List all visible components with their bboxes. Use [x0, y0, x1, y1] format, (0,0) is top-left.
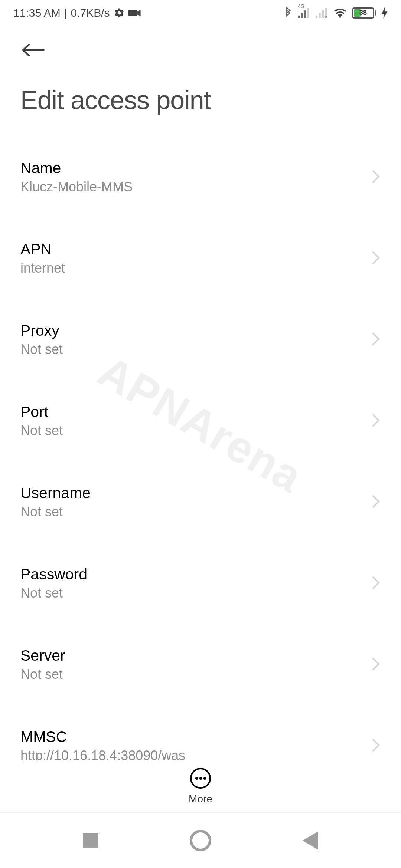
- setting-value: Not set: [20, 504, 91, 520]
- setting-label: APN: [20, 241, 65, 258]
- svg-rect-4: [307, 8, 309, 18]
- wifi-icon: [333, 8, 347, 18]
- status-bar: 11:35 AM | 0.7KB/s 4G × 38: [0, 0, 401, 26]
- nav-recents-button[interactable]: [83, 833, 98, 848]
- setting-row-apn[interactable]: APN internet: [20, 230, 381, 287]
- setting-row-server[interactable]: Server Not set: [20, 636, 381, 693]
- svg-rect-1: [298, 16, 300, 18]
- setting-value: Klucz-Mobile-MMS: [20, 179, 133, 195]
- setting-row-password[interactable]: Password Not set: [20, 555, 381, 612]
- charging-bolt-icon: [382, 7, 388, 19]
- setting-value: internet: [20, 260, 65, 276]
- signal-sim1-icon: 4G: [298, 8, 310, 18]
- chevron-right-icon: [371, 250, 381, 267]
- status-separator: |: [64, 7, 67, 19]
- bottom-action-bar: More: [0, 760, 401, 805]
- settings-gear-icon: [114, 7, 125, 19]
- setting-value: Not set: [20, 585, 87, 601]
- setting-row-username[interactable]: Username Not set: [20, 473, 381, 531]
- status-net-speed: 0.7KB/s: [71, 7, 110, 19]
- setting-label: Name: [20, 160, 133, 177]
- setting-value: Not set: [20, 667, 65, 682]
- setting-row-proxy[interactable]: Proxy Not set: [20, 311, 381, 368]
- nav-back-button[interactable]: [303, 831, 318, 850]
- svg-rect-6: [319, 13, 321, 18]
- chevron-right-icon: [371, 332, 381, 348]
- system-nav-bar: [0, 812, 401, 868]
- svg-rect-2: [301, 13, 303, 18]
- svg-point-10: [339, 16, 341, 18]
- chevron-right-icon: [371, 738, 381, 754]
- setting-value: Not set: [20, 423, 63, 438]
- setting-value: Not set: [20, 342, 63, 357]
- setting-label: Server: [20, 647, 65, 664]
- chevron-right-icon: [371, 575, 381, 592]
- page-header: Edit access point: [0, 26, 401, 115]
- camera-icon: [128, 9, 141, 17]
- setting-label: Username: [20, 484, 91, 502]
- setting-row-port[interactable]: Port Not set: [20, 392, 381, 450]
- chevron-right-icon: [371, 413, 381, 429]
- setting-row-name[interactable]: Name Klucz-Mobile-MMS: [20, 148, 381, 206]
- nav-home-button[interactable]: [190, 830, 211, 851]
- chevron-right-icon: [371, 494, 381, 510]
- svg-rect-0: [128, 10, 137, 16]
- setting-label: MMSC: [20, 728, 185, 746]
- svg-rect-3: [304, 10, 306, 18]
- status-left-cluster: 11:35 AM | 0.7KB/s: [13, 7, 141, 19]
- chevron-right-icon: [371, 169, 381, 185]
- setting-label: Proxy: [20, 322, 63, 339]
- svg-text:×: ×: [324, 14, 327, 18]
- apn-settings-list: Name Klucz-Mobile-MMS APN internet Proxy…: [0, 148, 401, 786]
- setting-label: Password: [20, 566, 87, 583]
- more-button[interactable]: [190, 768, 211, 789]
- setting-label: Port: [20, 403, 63, 421]
- more-label: More: [189, 793, 212, 805]
- more-dots-icon: [195, 777, 198, 780]
- chevron-right-icon: [371, 657, 381, 673]
- svg-rect-5: [316, 16, 317, 18]
- bluetooth-icon: [284, 7, 293, 19]
- battery-icon: 38: [352, 7, 376, 19]
- status-time: 11:35 AM: [13, 7, 61, 19]
- signal-sim2-icon: ×: [316, 8, 328, 18]
- back-button[interactable]: [20, 37, 46, 63]
- arrow-left-icon: [20, 43, 45, 57]
- page-title: Edit access point: [20, 85, 381, 115]
- status-right-cluster: 4G × 38: [284, 7, 388, 19]
